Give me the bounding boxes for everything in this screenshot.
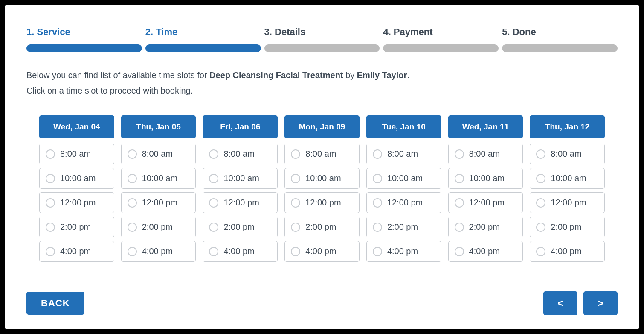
instruction-text: Below you can find list of available tim… — [26, 67, 618, 98]
time-slot[interactable]: 8:00 am — [203, 144, 278, 164]
time-slot[interactable]: 8:00 am — [39, 144, 114, 164]
step-label: 1. Service — [26, 26, 142, 38]
time-slot[interactable]: 8:00 am — [284, 144, 360, 164]
time-slot[interactable]: 2:00 pm — [39, 217, 114, 237]
radio-icon — [373, 223, 382, 232]
day-column: Tue, Jan 108:00 am10:00 am12:00 pm2:00 p… — [366, 115, 441, 265]
day-header: Tue, Jan 10 — [366, 115, 441, 138]
time-slot[interactable]: 2:00 pm — [448, 217, 523, 237]
radio-icon — [373, 149, 382, 159]
radio-icon — [291, 198, 300, 208]
radio-icon — [455, 223, 464, 232]
step-details[interactable]: 3. Details — [264, 26, 380, 52]
staff-name: Emily Taylor — [357, 70, 407, 80]
day-column: Wed, Jan 118:00 am10:00 am12:00 pm2:00 p… — [448, 115, 523, 265]
time-slot-label: 8:00 am — [305, 149, 336, 159]
time-slot[interactable]: 2:00 pm — [366, 217, 441, 237]
radio-icon — [209, 223, 218, 232]
next-week-button[interactable]: > — [583, 291, 618, 315]
time-slot-label: 2:00 pm — [142, 222, 173, 232]
time-slot[interactable]: 4:00 pm — [448, 241, 523, 262]
radio-icon — [536, 149, 545, 159]
radio-icon — [46, 247, 55, 256]
radio-icon — [455, 247, 464, 256]
radio-icon — [46, 149, 55, 159]
time-slot[interactable]: 12:00 pm — [39, 192, 114, 213]
radio-icon — [209, 247, 218, 256]
time-slot-label: 10:00 am — [387, 173, 423, 183]
time-slot[interactable]: 12:00 pm — [448, 192, 523, 213]
time-slot-label: 10:00 am — [60, 173, 96, 183]
radio-icon — [209, 198, 218, 208]
time-slot[interactable]: 4:00 pm — [284, 241, 360, 262]
time-slot-label: 4:00 pm — [305, 246, 336, 256]
time-slot-label: 4:00 pm — [551, 246, 581, 256]
day-column: Thu, Jan 128:00 am10:00 am12:00 pm2:00 p… — [530, 115, 605, 265]
time-slot[interactable]: 4:00 pm — [121, 241, 196, 262]
time-slot[interactable]: 10:00 am — [366, 168, 441, 189]
time-slot[interactable]: 12:00 pm — [121, 192, 196, 213]
time-slot-label: 12:00 pm — [387, 198, 423, 208]
time-slot-label: 10:00 am — [469, 173, 505, 183]
step-bar — [383, 44, 499, 52]
radio-icon — [128, 149, 137, 159]
time-slot[interactable]: 12:00 pm — [530, 192, 605, 213]
time-slot[interactable]: 4:00 pm — [366, 241, 441, 262]
radio-icon — [291, 174, 300, 183]
time-slot-label: 4:00 pm — [387, 246, 418, 256]
radio-icon — [455, 149, 464, 159]
step-payment[interactable]: 4. Payment — [383, 26, 499, 52]
time-slot[interactable]: 4:00 pm — [530, 241, 605, 262]
time-slot-label: 8:00 am — [551, 149, 581, 159]
radio-icon — [46, 198, 55, 208]
radio-icon — [536, 223, 545, 232]
time-slot[interactable]: 2:00 pm — [203, 217, 278, 237]
time-slot[interactable]: 2:00 pm — [530, 217, 605, 237]
step-label: 3. Details — [264, 26, 380, 38]
time-slot[interactable]: 8:00 am — [366, 144, 441, 164]
time-slot-label: 2:00 pm — [387, 222, 418, 232]
booking-window: 1. Service2. Time3. Details4. Payment5. … — [5, 5, 639, 329]
time-slot[interactable]: 12:00 pm — [366, 192, 441, 213]
time-slot[interactable]: 10:00 am — [39, 168, 114, 189]
time-slot[interactable]: 4:00 pm — [39, 241, 114, 262]
time-slot-label: 10:00 am — [551, 173, 586, 183]
time-slot[interactable]: 8:00 am — [121, 144, 196, 164]
time-slot[interactable]: 2:00 pm — [284, 217, 360, 237]
day-header: Wed, Jan 11 — [448, 115, 523, 138]
radio-icon — [536, 174, 545, 183]
time-slot-label: 12:00 pm — [223, 198, 259, 208]
time-slot[interactable]: 10:00 am — [121, 168, 196, 189]
time-slot-label: 2:00 pm — [469, 222, 500, 232]
time-slot[interactable]: 2:00 pm — [121, 217, 196, 237]
step-done[interactable]: 5. Done — [502, 26, 618, 52]
time-slot[interactable]: 10:00 am — [203, 168, 278, 189]
step-time[interactable]: 2. Time — [145, 26, 261, 52]
time-slot[interactable]: 10:00 am — [448, 168, 523, 189]
step-label: 5. Done — [502, 26, 618, 38]
time-slot-label: 8:00 am — [387, 149, 418, 159]
step-service[interactable]: 1. Service — [26, 26, 142, 52]
radio-icon — [291, 223, 300, 232]
radio-icon — [291, 149, 300, 159]
day-header: Thu, Jan 05 — [121, 115, 196, 138]
prev-week-button[interactable]: < — [543, 291, 577, 315]
time-slot[interactable]: 8:00 am — [530, 144, 605, 164]
radio-icon — [209, 174, 218, 183]
time-slot[interactable]: 4:00 pm — [203, 241, 278, 262]
time-slot[interactable]: 10:00 am — [530, 168, 605, 189]
time-slot[interactable]: 12:00 pm — [284, 192, 360, 213]
time-slot[interactable]: 12:00 pm — [203, 192, 278, 213]
time-slot[interactable]: 10:00 am — [284, 168, 360, 189]
time-slot[interactable]: 8:00 am — [448, 144, 523, 164]
time-slot-label: 8:00 am — [469, 149, 500, 159]
radio-icon — [536, 247, 545, 256]
radio-icon — [291, 247, 300, 256]
radio-icon — [128, 198, 137, 208]
service-name: Deep Cleansing Facial Treatment — [209, 70, 343, 80]
radio-icon — [455, 198, 464, 208]
time-slot-label: 2:00 pm — [551, 222, 581, 232]
back-button[interactable]: BACK — [26, 292, 84, 315]
step-bar — [26, 44, 142, 52]
time-slot-label: 8:00 am — [142, 149, 173, 159]
